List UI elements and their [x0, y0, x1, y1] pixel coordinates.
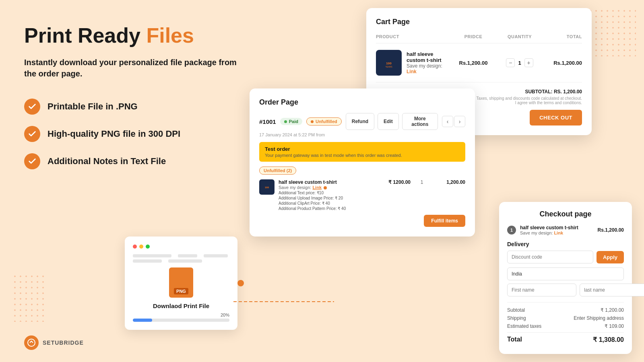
cart-col-qty: QUANTITY [497, 34, 542, 39]
cart-col-product: PRODUCT [376, 34, 449, 39]
cart-product-img: 100 YEARS [376, 50, 402, 76]
subtotal-val: ₹ 1,200.00 [601, 307, 624, 313]
cart-col-total: TOTAL [542, 34, 582, 39]
cart-product-sub: Save my design: Link [407, 63, 449, 74]
download-card-dots [133, 245, 229, 249]
total-val: ₹ 1,308.00 [593, 336, 624, 343]
qty-decrease-btn[interactable]: − [506, 58, 515, 67]
decorative-dots-top-right [588, 8, 636, 56]
feature-item-1: Printable File in .PNG [24, 99, 242, 115]
order-header-row: #1001 Paid Unfulfilled Refund Edit More … [259, 113, 465, 130]
cart-row: 100 YEARS half sleeve custom t-shirt Sav… [376, 43, 582, 82]
order-id: #1001 [259, 118, 276, 125]
order-item-pattern-price: Additional Product Pattern Price: ₹ 40 [279, 206, 367, 211]
logo-bottom: SETUBRIDGE [24, 335, 84, 350]
nav-prev-button[interactable]: ‹ [442, 116, 453, 127]
total-label: Total [507, 336, 522, 343]
badge-paid: Paid [280, 118, 302, 125]
cart-product-info: half sleeve custom t-shirt Save my desig… [407, 51, 449, 74]
dot-green [146, 245, 150, 249]
order-item-price: ₹ 1200.00 [370, 179, 411, 185]
cart-table-header: PRODUCT PRIDCE QUANTITY TOTAL [376, 34, 582, 43]
progress-area: 20% [133, 313, 229, 322]
shipping-row: Shipping Enter Shipping address [507, 315, 624, 321]
file-icon-label: PNG [174, 288, 188, 294]
unfulfilled-dot [311, 120, 314, 123]
checkout-item-row: 1 half sleeve custom t-shirt Save my des… [507, 225, 624, 235]
edit-button[interactable]: Edit [378, 113, 399, 130]
file-icon: PNG [169, 267, 193, 298]
cart-product-name: half sleeve custom t-shirt [407, 51, 449, 63]
title-regular: Print Ready [24, 24, 140, 47]
test-order-banner: Test order Your payment gateway was in t… [259, 142, 465, 162]
download-card: PNG Downlaod Print File 20% [125, 237, 237, 330]
checkout-design-link[interactable]: Link [554, 230, 563, 235]
checkout-window: Checkout page 1 half sleeve custom t-shi… [499, 202, 632, 354]
unfulfilled-section: Unfulfilled (2) 100 half sleeve custom t… [259, 167, 465, 227]
feature-item-3: Additional Notes in Text File [24, 153, 242, 169]
order-actions: Refund Edit More actions [346, 113, 438, 130]
feature-text-2: High-quality PNG file in 300 DPI [47, 129, 180, 139]
total-row: Total ₹ 1,308.00 [507, 332, 624, 343]
svg-point-0 [28, 339, 35, 346]
left-section: Print Ready Files Instantly download you… [24, 24, 242, 169]
svg-text:YEARS: YEARS [386, 66, 393, 68]
order-item-row: 100 half sleeve custom t-shirt Save my d… [259, 179, 465, 211]
svg-text:100: 100 [386, 62, 392, 65]
design-dot [324, 186, 327, 189]
test-order-title: Test order [265, 146, 460, 152]
progress-bar-fill [133, 319, 152, 322]
checkout-item-price: Rs.1,200.00 [598, 227, 624, 233]
order-item-clipart-price: Additional ClipArt Price: ₹ 40 [279, 201, 367, 206]
cart-window-title: Cart Page [376, 18, 582, 26]
order-design-link[interactable]: Link [312, 185, 322, 190]
check-icon-1 [24, 99, 40, 115]
taxes-row: Estimated taxes ₹ 109.00 [507, 323, 624, 329]
title-highlight: Files [146, 24, 194, 47]
check-icon-3 [24, 153, 40, 169]
orange-dot-connector [237, 280, 244, 286]
fulfill-items-button[interactable]: Fulfill items [424, 215, 465, 227]
checkout-item-sub: Save my design: Link [520, 230, 594, 235]
nav-next-button[interactable]: › [454, 116, 465, 127]
checkout-discount-row: Apply [507, 251, 624, 263]
order-item-details: half sleeve custom t-shirt Save my desig… [279, 179, 367, 211]
checkout-item-num: 1 [507, 226, 516, 234]
cart-item-price: Rs.1,200.00 [449, 60, 497, 66]
cart-col-price: PRIDCE [449, 34, 497, 39]
checkout-title: Checkout page [507, 210, 624, 218]
name-fields-row [507, 284, 624, 296]
badge-unfulfilled: Unfulfilled [306, 117, 342, 125]
order-window-title: Order Page [259, 98, 465, 107]
check-icon-2 [24, 126, 40, 142]
first-name-input[interactable] [507, 284, 576, 296]
more-actions-button[interactable]: More actions [402, 113, 438, 130]
order-item-qty: 1 [414, 179, 430, 185]
cart-design-link[interactable]: Link [407, 69, 417, 74]
checkout-item-name: half sleeve custom t-shirt [520, 225, 594, 230]
refund-button[interactable]: Refund [346, 113, 374, 130]
order-item-upload-price: Additional Upload Image Price: ₹ 20 [279, 196, 367, 200]
features-list: Printable File in .PNG High-quality PNG … [24, 99, 242, 169]
apply-button[interactable]: Apply [597, 251, 624, 263]
logo-text: SETUBRIDGE [43, 339, 84, 346]
country-input[interactable] [507, 267, 624, 280]
order-item-total: 1,200.00 [433, 179, 465, 185]
connector-line [233, 282, 334, 306]
subtotal-label: Subtotal [507, 307, 525, 313]
discount-code-input[interactable] [507, 251, 593, 263]
qty-increase-btn[interactable]: + [524, 58, 533, 67]
last-name-input[interactable] [580, 284, 644, 296]
checkout-fields [507, 267, 624, 296]
taxes-label: Estimated taxes [507, 323, 541, 329]
nav-arrows: ‹ › [442, 116, 465, 127]
dot-yellow [139, 245, 143, 249]
unfulfilled-badge: Unfulfilled (2) [259, 167, 296, 175]
dot-red [133, 245, 137, 249]
qty-value: 1 [518, 60, 521, 66]
order-item-text-price: Additional Text price: ₹10 [279, 191, 367, 195]
download-card-content: PNG Downlaod Print File 20% [133, 267, 229, 322]
checkout-totals: Subtotal ₹ 1,200.00 Shipping Enter Shipp… [507, 302, 624, 343]
checkout-button[interactable]: CHECK OUT [530, 110, 582, 125]
order-date: 17 January 2024 at 5:22 PM from [259, 132, 465, 137]
